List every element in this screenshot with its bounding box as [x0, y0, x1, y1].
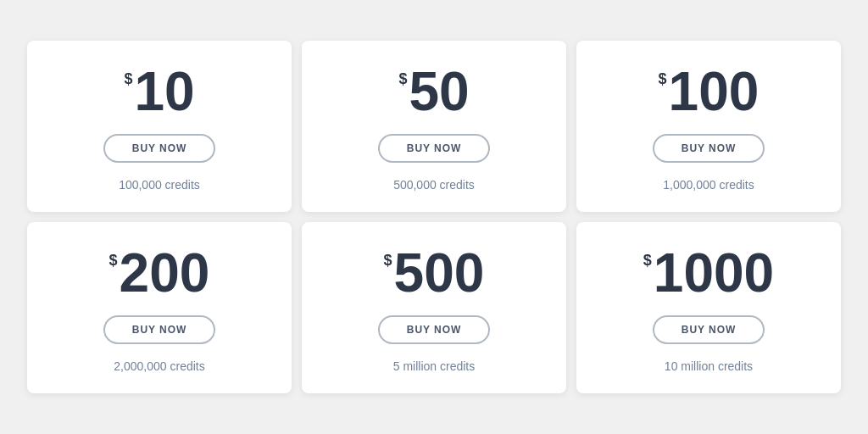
pricing-card-50: $ 50 BUY NOW 500,000 credits	[302, 41, 566, 212]
currency-symbol: $	[384, 253, 392, 268]
credits-label: 2,000,000 credits	[114, 359, 204, 373]
price-amount: 10	[134, 64, 194, 119]
pricing-card-500: $ 500 BUY NOW 5 million credits	[302, 222, 566, 393]
credits-label: 5 million credits	[393, 359, 475, 373]
currency-symbol: $	[659, 71, 667, 86]
buy-now-button[interactable]: BUY NOW	[103, 315, 216, 344]
pricing-card-100: $ 100 BUY NOW 1,000,000 credits	[576, 41, 841, 212]
pricing-card-1000: $ 1000 BUY NOW 10 million credits	[576, 222, 841, 393]
pricing-card-10: $ 10 BUY NOW 100,000 credits	[27, 41, 292, 212]
buy-now-button[interactable]: BUY NOW	[378, 315, 491, 344]
price-amount: 500	[394, 246, 485, 300]
price-amount: 100	[669, 64, 760, 119]
price-container: $ 100	[659, 64, 760, 119]
buy-now-button[interactable]: BUY NOW	[103, 134, 216, 163]
price-container: $ 200	[109, 246, 210, 300]
price-container: $ 1000	[643, 246, 774, 300]
currency-symbol: $	[109, 253, 118, 268]
buy-now-button[interactable]: BUY NOW	[653, 134, 765, 163]
credits-label: 100,000 credits	[119, 178, 200, 192]
credits-label: 1,000,000 credits	[663, 178, 754, 192]
credits-label: 10 million credits	[665, 359, 753, 373]
price-container: $ 50	[398, 64, 469, 119]
currency-symbol: $	[643, 253, 652, 268]
buy-now-button[interactable]: BUY NOW	[378, 134, 491, 163]
price-container: $ 10	[124, 64, 194, 119]
price-amount: 200	[120, 246, 210, 300]
currency-symbol: $	[124, 71, 132, 86]
credits-label: 500,000 credits	[393, 178, 475, 192]
pricing-card-200: $ 200 BUY NOW 2,000,000 credits	[27, 222, 292, 393]
price-container: $ 500	[384, 246, 485, 300]
buy-now-button[interactable]: BUY NOW	[653, 315, 765, 344]
price-amount: 50	[409, 64, 469, 119]
currency-symbol: $	[398, 71, 407, 86]
price-amount: 1000	[654, 246, 774, 300]
pricing-grid: $ 10 BUY NOW 100,000 credits $ 50 BUY NO…	[27, 41, 841, 393]
